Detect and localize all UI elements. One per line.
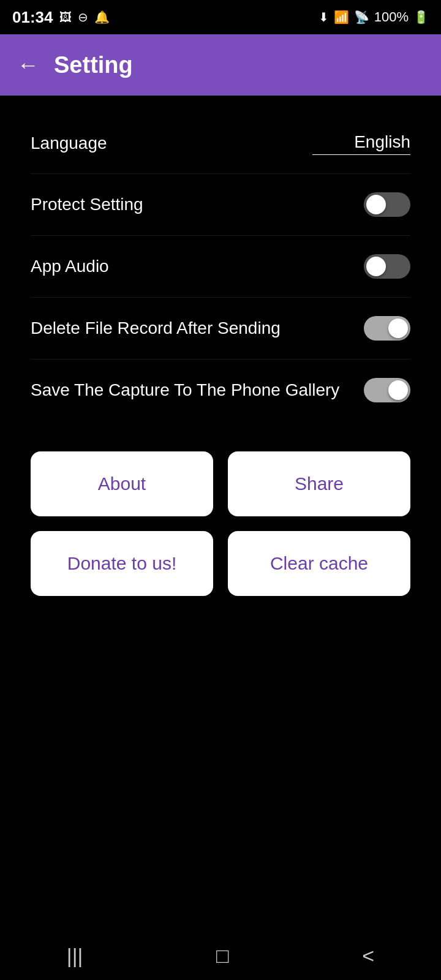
- share-button[interactable]: Share: [228, 451, 410, 516]
- battery-level: 100%: [374, 9, 409, 25]
- battery-icon: 🔋: [413, 10, 429, 24]
- protect-setting-label: Protect Setting: [31, 194, 364, 216]
- language-row[interactable]: Language English: [31, 114, 410, 174]
- clear-cache-button[interactable]: Clear cache: [228, 531, 410, 596]
- protect-setting-row: Protect Setting: [31, 174, 410, 236]
- back-nav-icon[interactable]: <: [362, 944, 374, 968]
- language-value[interactable]: English: [312, 132, 410, 155]
- save-capture-knob: [388, 380, 408, 400]
- status-icons-right: ⬇ 📶 📡 100% 🔋: [318, 9, 429, 25]
- download-icon: ⬇: [318, 10, 329, 24]
- save-capture-row: Save The Capture To The Phone Gallery: [31, 360, 410, 421]
- delete-file-record-label: Delete File Record After Sending: [31, 317, 364, 339]
- gallery-icon: 🖼: [59, 10, 72, 24]
- app-audio-label: App Audio: [31, 255, 364, 277]
- signal-icon: 📡: [354, 10, 369, 24]
- language-label: Language: [31, 132, 312, 154]
- settings-content: Language English Protect Setting App Aud…: [0, 96, 441, 421]
- menu-nav-icon[interactable]: |||: [67, 944, 83, 968]
- status-left: 01:34 🖼 ⊖ 🔔: [12, 8, 110, 27]
- about-button[interactable]: About: [31, 451, 213, 516]
- delete-file-record-row: Delete File Record After Sending: [31, 298, 410, 360]
- status-time: 01:34: [12, 8, 53, 27]
- app-audio-row: App Audio: [31, 236, 410, 298]
- save-capture-toggle[interactable]: [364, 378, 410, 402]
- protect-setting-knob: [366, 195, 386, 214]
- delete-file-record-toggle[interactable]: [364, 316, 410, 341]
- app-bar: ← Setting: [0, 34, 441, 96]
- bottom-nav: ||| □ <: [0, 931, 441, 980]
- save-capture-label: Save The Capture To The Phone Gallery: [31, 379, 364, 401]
- minus-circle-icon: ⊖: [78, 10, 88, 24]
- donate-button[interactable]: Donate to us!: [31, 531, 213, 596]
- page-title: Setting: [54, 52, 133, 78]
- wifi-icon: 📶: [334, 10, 349, 24]
- delete-file-record-knob: [388, 318, 408, 338]
- alert-icon: 🔔: [94, 10, 110, 24]
- action-buttons: About Share Donate to us! Clear cache: [0, 421, 441, 596]
- app-audio-knob: [366, 257, 386, 276]
- app-audio-toggle[interactable]: [364, 254, 410, 279]
- protect-setting-toggle[interactable]: [364, 192, 410, 217]
- home-nav-icon[interactable]: □: [216, 944, 229, 968]
- back-button[interactable]: ←: [17, 52, 39, 78]
- status-bar: 01:34 🖼 ⊖ 🔔 ⬇ 📶 📡 100% 🔋: [0, 0, 441, 34]
